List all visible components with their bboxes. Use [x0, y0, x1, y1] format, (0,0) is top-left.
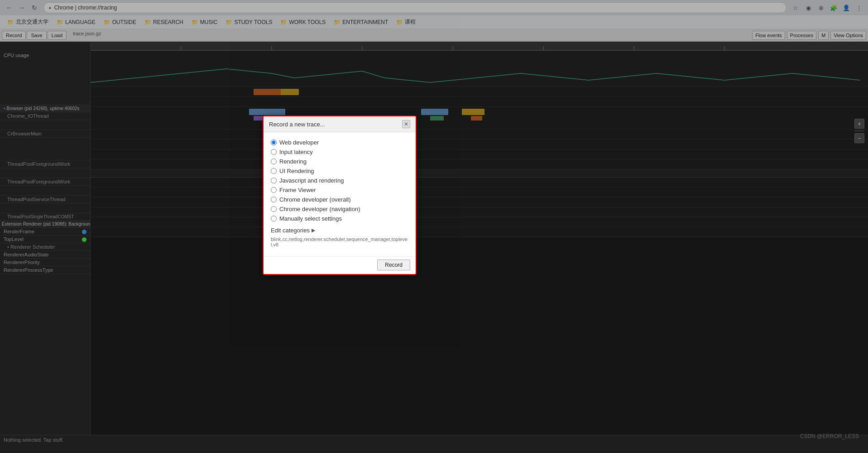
categories-text: blink,cc,netlog,renderer.scheduler,seque…	[271, 236, 408, 251]
dialog-body: Web developer Input latency Rendering UI…	[264, 132, 416, 256]
radio-input-latency[interactable]	[271, 149, 277, 155]
radio-label-chrome-navigation: Chrome developer (navigation)	[279, 206, 360, 212]
radio-label-chrome-overall: Chrome developer (overall)	[279, 196, 351, 203]
dialog-close-button[interactable]: ✕	[402, 120, 410, 128]
radio-label-manually-select: Manually select settings	[279, 215, 342, 222]
radio-option-ui-rendering[interactable]: UI Rendering	[271, 166, 408, 176]
radio-label-rendering: Rendering	[279, 158, 307, 165]
radio-label-input-latency: Input latency	[279, 149, 313, 155]
radio-option-chrome-navigation[interactable]: Chrome developer (navigation)	[271, 204, 408, 214]
radio-option-js-rendering[interactable]: Javascript and rendering	[271, 176, 408, 185]
record-button[interactable]: Record	[377, 260, 410, 270]
radio-label-web-developer: Web developer	[279, 139, 319, 146]
radio-option-frame-viewer[interactable]: Frame Viewer	[271, 185, 408, 195]
radio-chrome-overall[interactable]	[271, 197, 277, 202]
radio-rendering[interactable]	[271, 159, 277, 164]
radio-js-rendering[interactable]	[271, 178, 277, 183]
radio-web-developer[interactable]	[271, 140, 277, 145]
dialog-title: Record a new trace...	[269, 121, 325, 128]
radio-option-manually-select[interactable]: Manually select settings	[271, 214, 408, 223]
radio-option-web-developer[interactable]: Web developer	[271, 138, 408, 147]
record-dialog: Record a new trace... ✕ Web developer In…	[263, 116, 417, 275]
dialog-titlebar: Record a new trace... ✕	[264, 116, 416, 132]
radio-manually-select[interactable]	[271, 216, 277, 222]
radio-label-js-rendering: Javascript and rendering	[279, 177, 344, 184]
radio-chrome-navigation[interactable]	[271, 206, 277, 212]
edit-categories-toggle[interactable]: Edit categories ▶	[271, 223, 408, 236]
edit-categories-label: Edit categories	[271, 227, 310, 234]
radio-label-ui-rendering: UI Rendering	[279, 168, 314, 174]
radio-frame-viewer[interactable]	[271, 187, 277, 193]
radio-option-input-latency[interactable]: Input latency	[271, 147, 408, 157]
dialog-footer: Record	[264, 256, 416, 274]
radio-option-chrome-overall[interactable]: Chrome developer (overall)	[271, 195, 408, 204]
radio-label-frame-viewer: Frame Viewer	[279, 187, 316, 193]
radio-option-rendering[interactable]: Rendering	[271, 157, 408, 166]
edit-categories-arrow-icon: ▶	[312, 227, 315, 233]
radio-ui-rendering[interactable]	[271, 168, 277, 174]
modal-overlay: Record a new trace... ✕ Web developer In…	[0, 0, 868, 453]
